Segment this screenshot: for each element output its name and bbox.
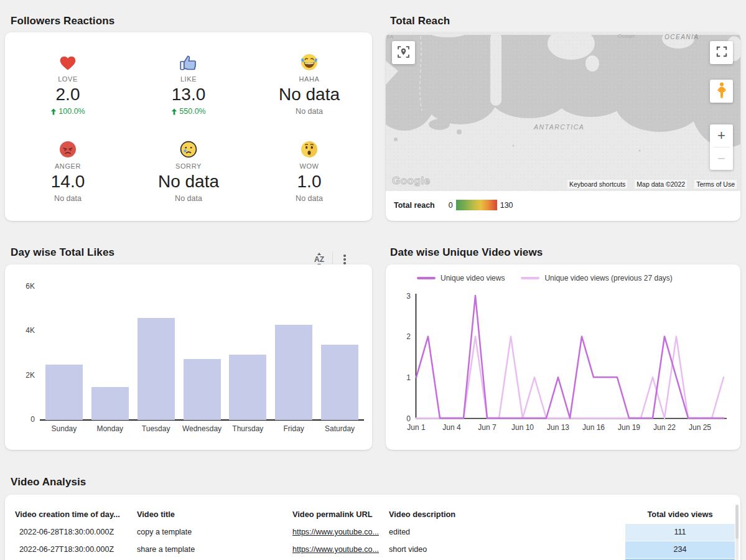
cell-total-views: 234 bbox=[625, 541, 735, 558]
col-header-total-views[interactable]: Total video views bbox=[625, 510, 735, 519]
sorry-icon bbox=[180, 140, 197, 159]
reaction-value: 1.0 bbox=[297, 172, 322, 192]
reaction-value: 2.0 bbox=[56, 85, 80, 105]
reaction-label: SORRY bbox=[175, 162, 202, 170]
reaction-value: No data bbox=[279, 85, 340, 105]
reaction-change: No data bbox=[175, 194, 202, 203]
video-analysis-card: Video creation time of day... Video titl… bbox=[5, 495, 740, 560]
heart-icon bbox=[58, 53, 77, 72]
line-chart-axes bbox=[416, 294, 727, 419]
bar-chart[interactable]: 02K4K6KSundayMondayTuesdayWednesdayThurs… bbox=[5, 264, 372, 450]
table-body: 2022-06-28T18:30:00.000Zcopy a templateh… bbox=[5, 523, 740, 560]
reach-legend-label: Total reach bbox=[394, 201, 435, 210]
bar-monday[interactable] bbox=[91, 387, 129, 421]
bar-saturday[interactable] bbox=[321, 345, 358, 420]
likes-card: 02K4K6KSundayMondayTuesdayWednesdayThurs… bbox=[5, 264, 372, 450]
map-canvas: IA Ocean OCEANIA ANTARCTICA bbox=[386, 32, 740, 191]
y-axis-tick: 4K bbox=[14, 326, 35, 335]
reach-card: IA Ocean OCEANIA ANTARCTICA bbox=[386, 32, 740, 221]
map-data-label[interactable]: Map data ©2022 bbox=[635, 180, 687, 189]
pegman-control[interactable] bbox=[710, 80, 733, 103]
video-permalink-link[interactable]: https://www.youtube.co... bbox=[292, 545, 389, 554]
google-logo[interactable]: Google bbox=[392, 175, 431, 187]
map-label-oceania: OCEANIA bbox=[664, 34, 699, 40]
haha-icon bbox=[301, 53, 318, 72]
x-axis-label: Thursday bbox=[225, 424, 271, 433]
map-label-antarctica: ANTARCTICA bbox=[533, 123, 584, 131]
reaction-label: ANGER bbox=[55, 162, 81, 170]
table-scrollbar[interactable] bbox=[735, 505, 739, 560]
col-header-description[interactable]: Video description bbox=[389, 510, 625, 519]
terms-of-use-link[interactable]: Terms of Use bbox=[694, 180, 737, 189]
reaction-label: LIKE bbox=[180, 75, 197, 83]
recenter-pin-icon bbox=[397, 45, 410, 60]
bar-thursday[interactable] bbox=[229, 355, 266, 420]
cell-creation-time: 2022-06-27T18:30:00.000Z bbox=[15, 545, 137, 554]
thumbs-up-icon bbox=[179, 53, 198, 72]
cell-total-views: 111 bbox=[625, 524, 735, 541]
views-card: Unique video views Unique video views (p… bbox=[386, 264, 740, 450]
x-axis-tick: Jun 10 bbox=[511, 423, 534, 432]
y-axis-tick: 2K bbox=[14, 371, 35, 380]
cell-video-title: share a template bbox=[137, 545, 292, 554]
video-permalink-link[interactable]: https://www.youtube.co... bbox=[292, 528, 389, 536]
line-chart[interactable]: 0123Jun 1Jun 4Jun 7Jun 10Jun 13Jun 16Jun… bbox=[386, 264, 740, 450]
table-row: 2022-06-27T18:30:00.000Zshare a template… bbox=[5, 541, 740, 558]
reaction-change: No data bbox=[296, 107, 323, 116]
zoom-out-button[interactable]: − bbox=[710, 147, 733, 170]
fullscreen-button[interactable] bbox=[710, 41, 733, 64]
table-header-row: Video creation time of day... Video titl… bbox=[5, 505, 740, 523]
bar-tuesday[interactable] bbox=[138, 318, 175, 420]
y-axis-tick: 6K bbox=[14, 282, 35, 291]
world-map[interactable]: IA Ocean OCEANIA ANTARCTICA bbox=[386, 32, 740, 191]
arrow-up-icon bbox=[171, 108, 177, 115]
reaction-scorecard-sorry: SORRYNo dataNo data bbox=[128, 128, 249, 215]
reactions-card: LOVE2.0100.0%LIKE13.0550.0%HAHANo dataNo… bbox=[5, 32, 372, 221]
bar-sunday[interactable] bbox=[45, 365, 83, 420]
x-axis-tick: Jun 7 bbox=[478, 423, 497, 432]
col-header-creation-time[interactable]: Video creation time of day... bbox=[15, 510, 137, 519]
arrow-up-icon bbox=[50, 108, 57, 115]
cell-video-description: short video bbox=[389, 545, 625, 554]
views-panel-title: Date wise Unique Video views bbox=[390, 246, 543, 259]
table-row: 2022-06-28T18:30:00.000Zcopy a templateh… bbox=[5, 523, 740, 541]
x-axis-tick: Jun 19 bbox=[618, 423, 640, 432]
x-axis-tick: Jun 4 bbox=[442, 423, 461, 432]
series-unique-video-views-previous bbox=[416, 337, 724, 418]
y-axis-tick: 0 bbox=[14, 415, 35, 424]
recenter-map-button[interactable] bbox=[392, 41, 415, 64]
col-header-permalink[interactable]: Video permalink URL bbox=[292, 510, 389, 519]
y-axis-tick: 1 bbox=[406, 373, 411, 382]
reaction-change: 550.0% bbox=[171, 107, 205, 116]
series-unique-video-views bbox=[416, 296, 724, 418]
reach-legend-min: 0 bbox=[449, 201, 453, 210]
bar-wednesday[interactable] bbox=[184, 359, 221, 420]
x-axis-label: Monday bbox=[87, 424, 133, 433]
reaction-value: 13.0 bbox=[172, 85, 206, 105]
wow-icon bbox=[301, 140, 318, 159]
x-axis-label: Sunday bbox=[41, 424, 87, 433]
pegman-icon bbox=[717, 82, 727, 100]
map-attribution: Keyboard shortcuts Map data ©2022 Terms … bbox=[567, 180, 737, 189]
keyboard-shortcuts-link[interactable]: Keyboard shortcuts bbox=[567, 180, 627, 189]
zoom-in-button[interactable]: + bbox=[710, 124, 733, 147]
reaction-scorecard-like: LIKE13.0550.0% bbox=[128, 41, 249, 128]
reaction-scorecard-wow: WOW1.0No data bbox=[249, 128, 370, 215]
reaction-label: WOW bbox=[299, 162, 319, 170]
reach-legend-max: 130 bbox=[500, 201, 513, 210]
reactions-grid: LOVE2.0100.0%LIKE13.0550.0%HAHANo dataNo… bbox=[5, 32, 372, 221]
reaction-change: No data bbox=[296, 194, 323, 203]
map-label-corner: IA bbox=[387, 33, 394, 40]
fullscreen-icon bbox=[716, 46, 727, 59]
col-header-video-title[interactable]: Video title bbox=[137, 510, 292, 519]
reaction-scorecard-love: LOVE2.0100.0% bbox=[7, 41, 128, 128]
y-axis-tick: 3 bbox=[406, 292, 411, 301]
reaction-value: No data bbox=[158, 172, 219, 192]
reaction-value: 14.0 bbox=[51, 172, 85, 192]
reach-gradient-bar bbox=[456, 200, 497, 210]
cell-video-title: copy a template bbox=[137, 528, 292, 536]
x-axis-label: Friday bbox=[271, 424, 317, 433]
reach-panel-title: Total Reach bbox=[390, 15, 450, 27]
x-axis-label: Tuesday bbox=[133, 424, 179, 433]
bar-friday[interactable] bbox=[275, 325, 312, 420]
